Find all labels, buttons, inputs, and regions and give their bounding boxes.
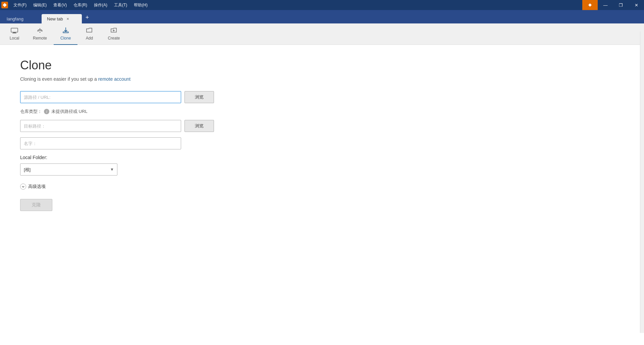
- toolbar: Local Remote Clone Add: [0, 23, 644, 45]
- local-icon: [11, 27, 18, 34]
- remote-account-link[interactable]: remote account: [98, 76, 131, 82]
- app-logo: [1, 2, 8, 8]
- dest-path-row: 浏览: [20, 120, 624, 132]
- toolbar-local-label: Local: [10, 36, 19, 41]
- tabbar: langfang New tab ✕ +: [0, 10, 644, 23]
- titlebar: 文件(F) 编辑(E) 查看(V) 仓库(R) 操作(A) 工具(T) 帮助(H…: [0, 0, 644, 10]
- menu-bar: 文件(F) 编辑(E) 查看(V) 仓库(R) 操作(A) 工具(T) 帮助(H…: [11, 2, 150, 9]
- toolbar-local[interactable]: Local: [3, 23, 26, 45]
- toolbar-remote[interactable]: Remote: [26, 23, 54, 45]
- toolbar-add[interactable]: Add: [77, 23, 101, 45]
- svg-marker-0: [3, 3, 7, 7]
- menu-action[interactable]: 操作(A): [91, 2, 110, 9]
- info-icon: i: [44, 109, 49, 114]
- svg-marker-1: [588, 3, 592, 7]
- svg-point-6: [40, 32, 41, 33]
- page-title: Clone: [20, 58, 624, 72]
- menu-repo[interactable]: 仓库(R): [71, 2, 90, 9]
- toolbar-clone-label: Clone: [60, 36, 71, 41]
- toolbar-create-label: Create: [108, 36, 120, 41]
- menu-help[interactable]: 帮助(H): [131, 2, 150, 9]
- subtitle-text: Cloning is even easier if you set up a: [20, 76, 97, 82]
- advanced-options-toggle[interactable]: 高级选项: [20, 184, 624, 190]
- local-folder-dropdown[interactable]: [根]: [20, 163, 117, 176]
- dest-path-input[interactable]: [20, 120, 181, 132]
- main-content: Clone Cloning is even easier if you set …: [0, 45, 644, 224]
- toolbar-add-label: Add: [86, 36, 93, 41]
- menu-tools[interactable]: 工具(T): [111, 2, 130, 9]
- clone-icon: [62, 27, 69, 34]
- menu-edit[interactable]: 编辑(E): [31, 2, 49, 9]
- titlebar-left: 文件(F) 编辑(E) 查看(V) 仓库(R) 操作(A) 工具(T) 帮助(H…: [1, 2, 150, 9]
- titlebar-controls: — ❐ ✕: [582, 0, 644, 10]
- svg-rect-7: [63, 32, 68, 33]
- name-row: [20, 137, 624, 149]
- source-url-input[interactable]: [20, 91, 181, 103]
- svg-rect-4: [12, 33, 16, 33]
- dest-browse-button[interactable]: 浏览: [184, 120, 214, 132]
- remote-icon: [36, 27, 44, 34]
- tab-langfang-label: langfang: [7, 16, 23, 21]
- subtitle: Cloning is even easier if you set up a r…: [20, 76, 624, 82]
- advanced-options-label: 高级选项: [28, 184, 46, 190]
- tab-new-tab-label: New tab: [47, 16, 63, 21]
- close-button[interactable]: ✕: [629, 0, 644, 10]
- repo-type-status: 未提供路径或 URL: [51, 109, 88, 115]
- repo-type-row: 仓库类型： i 未提供路径或 URL: [20, 109, 624, 115]
- scrollbar-right[interactable]: [640, 31, 644, 333]
- source-browse-button[interactable]: 浏览: [184, 91, 214, 103]
- repo-type-label: 仓库类型：: [20, 109, 42, 115]
- svg-rect-2: [11, 28, 18, 32]
- svg-rect-3: [13, 32, 16, 33]
- title-icon-btn[interactable]: [582, 0, 598, 10]
- toolbar-clone[interactable]: Clone: [54, 23, 77, 45]
- name-input[interactable]: [20, 137, 181, 149]
- create-icon: [110, 27, 117, 34]
- chevron-circle-icon: [20, 184, 26, 190]
- tab-add-button[interactable]: +: [82, 12, 93, 23]
- maximize-button[interactable]: ❐: [613, 0, 629, 10]
- toolbar-remote-label: Remote: [33, 36, 47, 41]
- menu-view[interactable]: 查看(V): [51, 2, 69, 9]
- menu-file[interactable]: 文件(F): [11, 2, 29, 9]
- source-url-row: 浏览: [20, 91, 624, 103]
- minimize-button[interactable]: —: [598, 0, 613, 10]
- tab-close-icon[interactable]: ✕: [65, 16, 70, 21]
- local-folder-label: Local Folder:: [20, 155, 624, 160]
- clone-button[interactable]: 克隆: [20, 199, 52, 211]
- add-icon: [86, 27, 93, 34]
- tab-langfang[interactable]: langfang: [1, 14, 42, 23]
- toolbar-create[interactable]: Create: [101, 23, 126, 45]
- local-folder-dropdown-wrapper: [根] ▼: [20, 163, 117, 176]
- tab-new-tab[interactable]: New tab ✕: [42, 14, 82, 23]
